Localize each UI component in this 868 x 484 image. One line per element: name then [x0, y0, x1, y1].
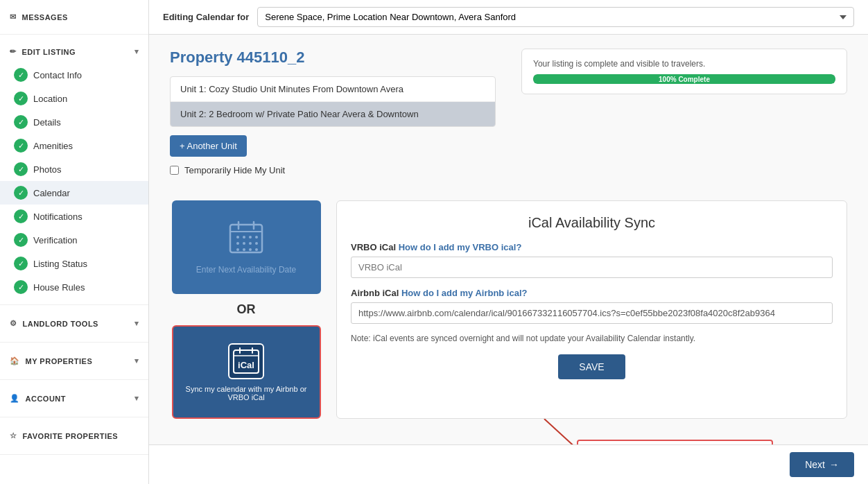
edit-listing-icon: ✏ [10, 47, 17, 56]
check-icon-notifications: ✓ [14, 209, 28, 223]
landlord-tools-label: LANDLORD TOOLS [23, 320, 98, 328]
check-icon-amenities: ✓ [14, 139, 28, 153]
vrbo-ical-link[interactable]: How do I add my VRBO ical? [399, 242, 522, 252]
unit-list: Unit 1: Cozy Studio Unit Minutes From Do… [170, 76, 496, 127]
account-label: ACCOUNT [26, 395, 67, 403]
sidebar-item-label: Listing Status [33, 259, 87, 269]
sidebar-account[interactable]: 👤 ACCOUNT ▾ [0, 387, 148, 410]
add-unit-button[interactable]: + Another Unit [170, 135, 247, 157]
check-icon-house-rules: ✓ [14, 280, 28, 294]
two-col-section: Enter Next Availability Date OR iCal [170, 200, 847, 419]
svg-point-10 [249, 242, 252, 245]
ical-badge: iCal [228, 343, 264, 379]
hide-unit-label: Temporarily Hide My Unit [184, 165, 285, 175]
page-content: Property 445110_2 Unit 1: Cozy Studio Un… [149, 35, 868, 444]
svg-rect-0 [230, 225, 262, 252]
sidebar-item-location[interactable]: ✓ Location [0, 87, 148, 110]
ical-card-label: Sync my calendar with my Airbnb or VRBO … [180, 385, 313, 401]
sidebar-edit-listing[interactable]: ✏ EDIT LISTING ▾ [0, 40, 148, 63]
calendar-icon [229, 221, 263, 261]
sidebar-item-label: Location [33, 94, 67, 104]
sidebar-item-label: Calendar [33, 188, 70, 198]
sidebar-item-label: Photos [33, 164, 61, 175]
ical-sync-title: iCal Availability Sync [351, 215, 833, 231]
svg-line-21 [544, 419, 586, 444]
sidebar-item-verification[interactable]: ✓ Verification [0, 228, 148, 252]
check-icon-verification: ✓ [14, 233, 28, 247]
airbnb-ical-row: Airbnb iCal How do I add my Airbnb ical? [351, 288, 833, 324]
hide-unit-checkbox[interactable] [170, 166, 179, 175]
svg-point-7 [255, 236, 258, 239]
hide-unit-row: Temporarily Hide My Unit [170, 165, 507, 175]
calendar-date-card[interactable]: Enter Next Availability Date [172, 200, 321, 294]
ical-sync-card[interactable]: iCal Sync my calendar with my Airbnb or … [172, 325, 321, 419]
sidebar-item-contact-info[interactable]: ✓ Contact Info [0, 63, 148, 87]
chevron-down-icon: ▾ [134, 394, 139, 403]
ical-panel: iCal Availability Sync VRBO iCal How do … [336, 200, 847, 419]
messages-icon: ✉ [10, 12, 17, 21]
sidebar-favorite-properties[interactable]: ☆ FAVORITE PROPERTIES [0, 424, 148, 447]
status-text: Your listing is complete and visible to … [533, 59, 705, 69]
svg-point-15 [255, 248, 258, 251]
sidebar: ✉ MESSAGES ✏ EDIT LISTING ▾ ✓ Contact In… [0, 0, 149, 484]
arrow-right-icon: → [829, 459, 839, 470]
sidebar-messages[interactable]: ✉ MESSAGES [0, 6, 148, 28]
sidebar-item-label: Contact Info [33, 70, 82, 80]
favorite-properties-label: FAVORITE PROPERTIES [23, 432, 119, 440]
vrbo-ical-label: VRBO iCal How do I add my VRBO ical? [351, 242, 833, 252]
sidebar-my-properties[interactable]: 🏠 MY PROPERTIES ▾ [0, 349, 148, 372]
svg-point-13 [243, 248, 245, 251]
airbnb-ical-label: Airbnb iCal How do I add my Airbnb ical? [351, 288, 833, 298]
chevron-down-icon: ▾ [134, 356, 139, 365]
svg-point-11 [255, 242, 258, 245]
airbnb-ical-input[interactable] [351, 302, 833, 324]
chevron-down-icon: ▾ [134, 319, 139, 328]
svg-point-8 [236, 242, 239, 245]
svg-text:iCal: iCal [238, 360, 254, 370]
sidebar-item-house-rules[interactable]: ✓ House Rules [0, 275, 148, 299]
property-dropdown[interactable]: Serene Space, Prime Location Near Downto… [257, 7, 854, 27]
airbnb-ical-link[interactable]: How do I add my Airbnb ical? [401, 288, 528, 298]
calendar-date-label: Enter Next Availability Date [196, 265, 297, 275]
or-label: OR [237, 302, 256, 317]
sidebar-item-calendar[interactable]: ✓ Calendar [0, 181, 148, 205]
landlord-tools-icon: ⚙ [10, 319, 17, 328]
property-title: Property 445110_2 [170, 49, 507, 67]
sidebar-item-details[interactable]: ✓ Details [0, 110, 148, 134]
sidebar-item-label: Verification [33, 235, 78, 245]
sidebar-item-listing-status[interactable]: ✓ Listing Status [0, 252, 148, 275]
status-panel: Your listing is complete and visible to … [521, 49, 847, 94]
vrbo-ical-input[interactable] [351, 257, 833, 278]
svg-point-4 [236, 236, 239, 239]
save-button[interactable]: SAVE [558, 354, 625, 379]
favorite-icon: ☆ [10, 431, 17, 440]
messages-label: MESSAGES [22, 13, 68, 21]
next-button[interactable]: Next → [790, 452, 854, 477]
sidebar-item-notifications[interactable]: ✓ Notifications [0, 205, 148, 228]
sidebar-landlord-tools[interactable]: ⚙ LANDLORD TOOLS ▾ [0, 312, 148, 335]
account-icon: 👤 [10, 394, 20, 403]
progress-bar-outer: 100% Complete [533, 74, 835, 84]
red-arrow-svg [503, 419, 627, 444]
bottom-bar: Next → [149, 444, 868, 484]
unit-item-2[interactable]: Unit 2: 2 Bedroom w/ Private Patio Near … [171, 102, 495, 126]
sidebar-item-label: Details [33, 117, 61, 128]
ical-note: Note: iCal events are synced overnight a… [351, 334, 833, 343]
check-icon-listing-status: ✓ [14, 257, 28, 270]
unit-item-1[interactable]: Unit 1: Cozy Studio Unit Minutes From Do… [171, 77, 495, 102]
top-bar: Editing Calendar for Serene Space, Prime… [149, 0, 868, 35]
check-icon-contact: ✓ [14, 68, 28, 82]
svg-point-14 [249, 248, 252, 251]
sidebar-item-amenities[interactable]: ✓ Amenities [0, 134, 148, 157]
sidebar-item-label: Amenities [33, 141, 73, 151]
progress-label: 100% Complete [659, 76, 710, 83]
my-properties-icon: 🏠 [10, 356, 20, 365]
svg-point-5 [243, 236, 245, 239]
check-icon-details: ✓ [14, 115, 28, 129]
sidebar-item-photos[interactable]: ✓ Photos [0, 157, 148, 181]
my-properties-label: MY PROPERTIES [26, 357, 93, 365]
vrbo-ical-row: VRBO iCal How do I add my VRBO ical? [351, 242, 833, 278]
main-content: Editing Calendar for Serene Space, Prime… [149, 0, 868, 484]
svg-point-9 [243, 242, 245, 245]
editing-calendar-label: Editing Calendar for [163, 12, 249, 22]
